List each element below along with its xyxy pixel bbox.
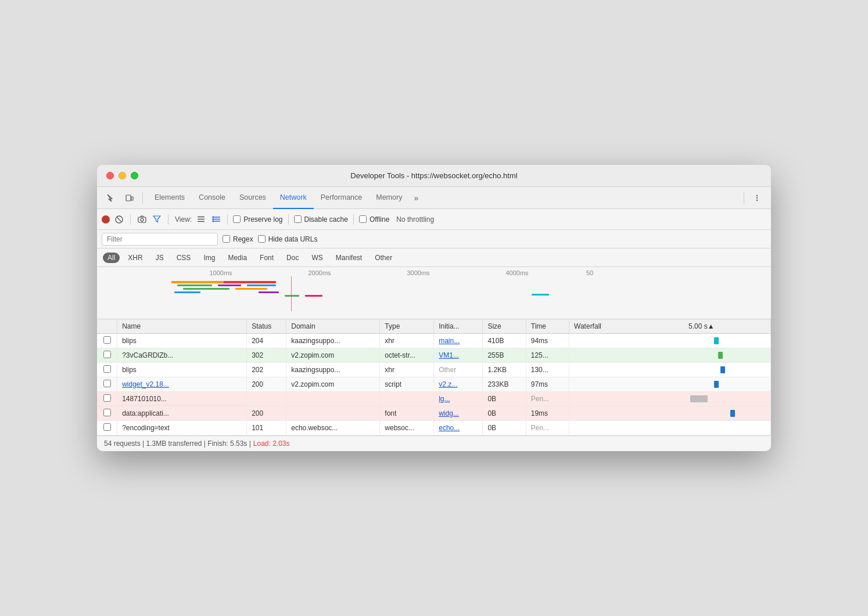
status-text: 54 requests | 1.3MB transferred | Finish… (104, 440, 251, 448)
tab-console[interactable]: Console (192, 187, 232, 209)
nt-divider-2 (168, 214, 168, 225)
filter-tag-manifest[interactable]: Manifest (331, 253, 367, 263)
tab-performance[interactable]: Performance (314, 187, 370, 209)
row-name[interactable]: blips (117, 363, 247, 377)
svg-rect-0 (126, 195, 131, 201)
record-button[interactable] (102, 215, 110, 224)
time-label-3: 3000ms (369, 269, 468, 276)
view-label: View: (175, 215, 192, 224)
filter-tag-css[interactable]: CSS (172, 253, 196, 263)
row-status (247, 392, 286, 406)
svg-point-8 (141, 218, 144, 221)
filter-input[interactable] (102, 233, 218, 246)
row-initiator[interactable]: echo... (434, 421, 483, 435)
row-checkbox[interactable] (97, 421, 117, 435)
row-type: xhr (380, 334, 434, 348)
row-checkbox[interactable] (97, 348, 117, 363)
filter-tag-xhr[interactable]: XHR (123, 253, 147, 263)
tab-memory[interactable]: Memory (369, 187, 409, 209)
col-header-size[interactable]: Size (483, 319, 526, 334)
maximize-button[interactable] (131, 172, 138, 179)
filter-tag-doc[interactable]: Doc (282, 253, 303, 263)
regex-checkbox[interactable]: Regex (223, 235, 253, 243)
filter-tag-ws[interactable]: WS (307, 253, 327, 263)
preserve-log-checkbox[interactable]: Preserve log (233, 215, 282, 224)
row-time: 97ms (526, 377, 569, 392)
toolbar-right-icons (741, 190, 765, 206)
row-name[interactable]: ?3vCaGRDlZb... (117, 348, 247, 363)
list-view-icon[interactable] (195, 214, 207, 225)
wf-marker-line (291, 276, 292, 311)
wf-bar-blue1 (247, 284, 276, 286)
row-initiator[interactable]: VM1... (434, 348, 483, 363)
row-time: 19ms (526, 406, 569, 421)
tab-elements[interactable]: Elements (148, 187, 192, 209)
row-time: 130... (526, 363, 569, 377)
col-header-status[interactable]: Status (247, 319, 286, 334)
filter-tag-img[interactable]: Img (199, 253, 220, 263)
row-status: 200 (247, 406, 286, 421)
filter-tag-other[interactable]: Other (370, 253, 397, 263)
filter-tag-font[interactable]: Font (255, 253, 278, 263)
disable-cache-checkbox[interactable]: Disable cache (294, 215, 348, 224)
col-header-type[interactable]: Type (380, 319, 434, 334)
time-label-5: 50 (566, 269, 613, 276)
device-icon[interactable] (121, 190, 138, 206)
nt-divider-1 (130, 214, 131, 225)
filter-tag-media[interactable]: Media (223, 253, 252, 263)
filter-icon[interactable] (151, 214, 163, 225)
wf-bar-green2 (183, 288, 229, 290)
row-name[interactable]: ?encoding=text (117, 421, 247, 435)
more-tabs-button[interactable]: » (409, 187, 423, 209)
row-initiator[interactable]: lg... (434, 392, 483, 406)
row-checkbox[interactable] (97, 334, 117, 348)
inspect-icon[interactable] (103, 190, 119, 206)
row-checkbox[interactable] (97, 363, 117, 377)
row-initiator[interactable]: main... (434, 334, 483, 348)
throttling-selector[interactable]: No throttling (396, 215, 434, 224)
col-header-name[interactable]: Name (117, 319, 247, 334)
close-button[interactable] (106, 172, 114, 179)
row-checkbox[interactable] (97, 392, 117, 406)
row-time: Pen... (526, 421, 569, 435)
row-checkbox[interactable] (97, 406, 117, 421)
row-waterfall (569, 392, 771, 406)
row-waterfall (569, 421, 771, 435)
row-initiator[interactable]: v2.z... (434, 377, 483, 392)
col-header-initiator[interactable]: Initia... (434, 319, 483, 334)
col-header-waterfall[interactable]: Waterfall 5.00 s▲ (569, 319, 771, 334)
table-row: data:applicati... 200 font widg... 0B 19… (97, 406, 771, 421)
row-status: 200 (247, 377, 286, 392)
network-table: Name Status Domain Type Initia... Size T… (97, 319, 771, 435)
minimize-button[interactable] (119, 172, 126, 179)
filter-bar: Regex Hide data URLs (97, 230, 771, 248)
settings-icon[interactable] (749, 190, 765, 206)
wf-bar-green3 (285, 295, 299, 297)
row-checkbox[interactable] (97, 377, 117, 392)
filter-tag-all[interactable]: All (103, 253, 120, 263)
tab-network[interactable]: Network (273, 187, 314, 209)
col-header-domain[interactable]: Domain (286, 319, 380, 334)
hide-data-urls-checkbox[interactable]: Hide data URLs (258, 235, 318, 243)
filter-tag-js[interactable]: JS (151, 253, 168, 263)
col-header-time[interactable]: Time (526, 319, 569, 334)
row-name[interactable]: blips (117, 334, 247, 348)
camera-icon[interactable] (136, 214, 148, 225)
row-name[interactable]: 1487101010... https://v2.zopim.com/bin/v… (117, 392, 247, 406)
row-initiator[interactable]: widg... (434, 406, 483, 421)
svg-point-3 (756, 197, 758, 198)
filter-tags: All XHR JS CSS Img Media Font Doc WS Man… (97, 248, 771, 267)
waterfall-time-labels: 1000ms 2000ms 3000ms 4000ms 50 (97, 267, 771, 276)
table-row: ?encoding=text 101 echo.websoc... websoc… (97, 421, 771, 435)
row-domain (286, 392, 380, 406)
row-name[interactable]: data:applicati... (117, 406, 247, 421)
row-domain: kaazingsuppo... (286, 363, 380, 377)
timeline-view-icon[interactable] (210, 214, 222, 225)
wf-bar-purple2 (259, 291, 279, 293)
row-status: 101 (247, 421, 286, 435)
row-name[interactable]: widget_v2.18... (117, 377, 247, 392)
tab-sources[interactable]: Sources (232, 187, 273, 209)
status-load: Load: 2.03s (253, 440, 290, 448)
clear-icon[interactable] (113, 214, 125, 225)
offline-checkbox[interactable]: Offline (359, 215, 389, 224)
